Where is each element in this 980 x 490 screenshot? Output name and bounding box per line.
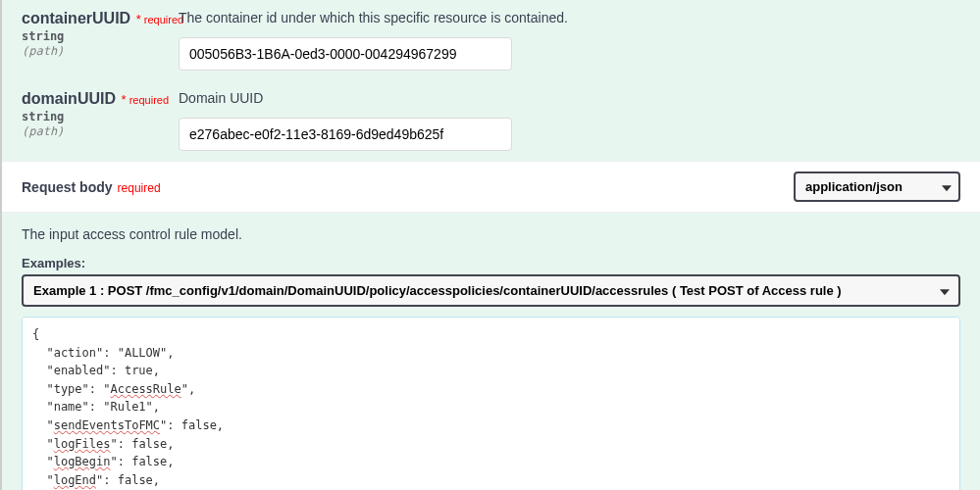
- param-loc: (path): [22, 44, 169, 58]
- param-name: domainUUID: [22, 90, 116, 107]
- request-body-desc: The input access control rule model.: [22, 226, 960, 242]
- param-loc: (path): [22, 124, 169, 138]
- param-meta: domainUUID *required string (path): [22, 90, 179, 151]
- example-select[interactable]: Example 1 : POST /fmc_config/v1/domain/D…: [22, 274, 960, 307]
- domainUUID-input[interactable]: [179, 118, 512, 151]
- containerUUID-input[interactable]: [179, 37, 512, 71]
- param-containerUUID: containerUUID *required string (path) Th…: [22, 0, 960, 80]
- required-star: *: [132, 12, 141, 26]
- request-body-header: Request bodyrequired application/json: [2, 161, 980, 213]
- request-body-required: required: [118, 181, 161, 195]
- examples-label: Examples:: [22, 256, 960, 270]
- content-type-select-wrap: application/json: [794, 172, 960, 202]
- required-label: required: [129, 94, 169, 106]
- param-desc: Domain UUID: [179, 90, 960, 106]
- param-domainUUID: domainUUID *required string (path) Domai…: [22, 80, 960, 161]
- request-body-label: Request body: [22, 179, 113, 195]
- param-type: string: [22, 110, 169, 123]
- param-type: string: [22, 29, 169, 43]
- param-name: containerUUID: [22, 10, 130, 26]
- required-star: *: [118, 92, 127, 107]
- param-desc: The container id under which this specif…: [179, 10, 960, 25]
- example-select-wrap: Example 1 : POST /fmc_config/v1/domain/D…: [22, 274, 960, 307]
- param-meta: containerUUID *required string (path): [22, 10, 179, 71]
- content-type-select[interactable]: application/json: [794, 172, 960, 202]
- request-body-code[interactable]: { "action": "ALLOW", "enabled": true, "t…: [22, 317, 960, 490]
